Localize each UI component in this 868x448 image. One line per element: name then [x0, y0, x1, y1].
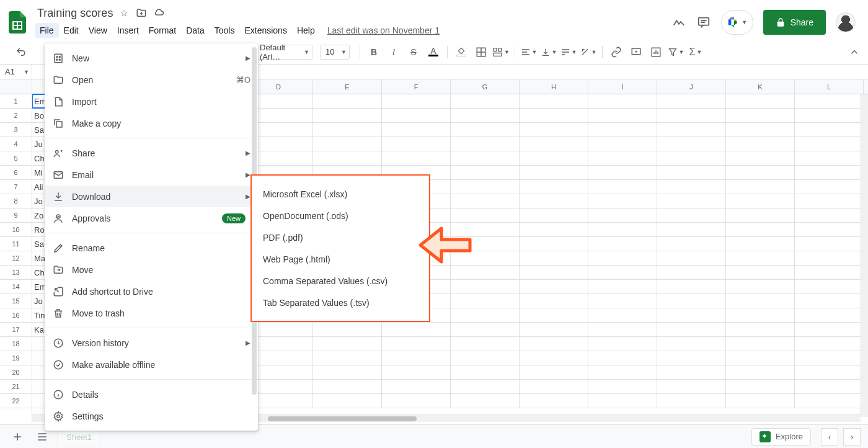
download-format-option[interactable]: Microsoft Excel (.xlsx) — [252, 183, 429, 205]
cell[interactable] — [657, 237, 726, 251]
cell[interactable] — [451, 166, 520, 179]
functions-button[interactable]: Σ▼ — [687, 43, 704, 61]
select-all-corner[interactable] — [0, 79, 32, 94]
cell[interactable] — [588, 365, 657, 379]
cell[interactable] — [657, 166, 726, 179]
cell[interactable] — [726, 166, 795, 179]
menu-view[interactable]: View — [84, 23, 112, 38]
halign-button[interactable]: ▼ — [520, 43, 538, 61]
file-move-to-trash[interactable]: Move to trash — [45, 302, 258, 324]
cell[interactable] — [795, 180, 864, 194]
cell[interactable] — [451, 151, 520, 165]
cell[interactable] — [726, 294, 795, 308]
cell[interactable] — [313, 109, 382, 122]
cell[interactable] — [726, 394, 795, 408]
name-box[interactable]: A1▼ — [0, 65, 32, 79]
fill-color-button[interactable] — [453, 43, 470, 61]
cell[interactable] — [451, 137, 520, 151]
cell[interactable] — [382, 365, 451, 379]
cell[interactable] — [313, 123, 382, 137]
cell[interactable] — [313, 394, 382, 408]
cell[interactable] — [382, 123, 451, 137]
cell[interactable] — [520, 109, 588, 122]
menu-edit[interactable]: Edit — [59, 23, 84, 38]
file-open[interactable]: Open ⌘O — [45, 69, 258, 91]
cell[interactable] — [588, 151, 657, 165]
comments-icon[interactable] — [696, 15, 711, 30]
cell[interactable] — [313, 151, 382, 165]
menu-help[interactable]: Help — [292, 23, 320, 38]
download-format-option[interactable]: Tab Separated Values (.tsv) — [252, 292, 429, 313]
cell[interactable] — [520, 194, 588, 208]
font-select[interactable]: Default (Ari…▼ — [255, 45, 312, 60]
cell[interactable] — [451, 351, 520, 365]
cell[interactable] — [726, 237, 795, 251]
row-header[interactable]: 14 — [0, 280, 32, 294]
cell[interactable] — [451, 394, 520, 408]
cell[interactable] — [451, 294, 520, 308]
cell[interactable] — [588, 237, 657, 251]
menu-format[interactable]: Format — [144, 23, 181, 38]
cell[interactable] — [520, 280, 588, 293]
file-import[interactable]: Import — [45, 91, 258, 112]
row-header[interactable]: 17 — [0, 323, 32, 337]
cloud-status-icon[interactable] — [153, 7, 165, 19]
row-header[interactable]: 21 — [0, 380, 32, 394]
row-header[interactable]: 16 — [0, 308, 32, 323]
cell[interactable] — [451, 123, 520, 137]
cell[interactable] — [795, 137, 864, 151]
cell[interactable] — [726, 208, 795, 222]
file-move[interactable]: Move — [45, 259, 258, 280]
column-header[interactable]: I — [588, 79, 657, 94]
activity-icon[interactable] — [671, 15, 686, 30]
download-format-option[interactable]: Web Page (.html) — [252, 248, 429, 270]
sheets-logo[interactable] — [5, 10, 30, 35]
cell[interactable] — [451, 208, 520, 222]
file-email[interactable]: Email ▶ — [45, 164, 258, 186]
download-format-option[interactable]: Comma Separated Values (.csv) — [252, 270, 429, 292]
cell[interactable] — [795, 166, 864, 179]
cell[interactable] — [795, 294, 864, 308]
cell[interactable] — [657, 194, 726, 208]
cell[interactable] — [451, 180, 520, 194]
cell[interactable] — [451, 365, 520, 379]
download-format-option[interactable]: OpenDocument (.ods) — [252, 205, 429, 226]
column-header[interactable]: L — [795, 79, 864, 94]
cell[interactable] — [795, 237, 864, 251]
avatar[interactable] — [836, 12, 856, 32]
cell[interactable] — [520, 337, 588, 351]
cell[interactable] — [520, 380, 588, 393]
cell[interactable] — [588, 337, 657, 351]
cell[interactable] — [588, 251, 657, 265]
cell[interactable] — [657, 208, 726, 222]
text-color-button[interactable]: A — [425, 43, 442, 61]
strike-button[interactable]: S — [405, 43, 422, 61]
row-header[interactable]: 4 — [0, 137, 32, 151]
cell[interactable] — [382, 337, 451, 351]
cell[interactable] — [657, 137, 726, 151]
cell[interactable] — [520, 166, 588, 179]
cell[interactable] — [795, 194, 864, 208]
column-header[interactable]: J — [657, 79, 726, 94]
cell[interactable] — [657, 109, 726, 122]
row-header[interactable]: 2 — [0, 109, 32, 123]
filter-button[interactable]: ▼ — [667, 43, 684, 61]
cell[interactable] — [657, 294, 726, 308]
file-new[interactable]: New ▶ — [45, 47, 258, 69]
row-header[interactable]: 20 — [0, 365, 32, 380]
cell[interactable] — [520, 251, 588, 265]
cell[interactable] — [795, 266, 864, 279]
cell[interactable] — [382, 137, 451, 151]
column-header[interactable]: G — [451, 79, 520, 94]
row-header[interactable]: 9 — [0, 208, 32, 223]
cell[interactable] — [795, 337, 864, 351]
menu-extensions[interactable]: Extensions — [239, 23, 291, 38]
borders-button[interactable] — [472, 43, 490, 61]
menu-tools[interactable]: Tools — [210, 23, 240, 38]
cell[interactable] — [795, 365, 864, 379]
menu-insert[interactable]: Insert — [112, 23, 144, 38]
row-header[interactable]: 18 — [0, 337, 32, 351]
cell[interactable] — [588, 194, 657, 208]
cell[interactable] — [588, 266, 657, 279]
row-header[interactable]: 11 — [0, 237, 32, 251]
